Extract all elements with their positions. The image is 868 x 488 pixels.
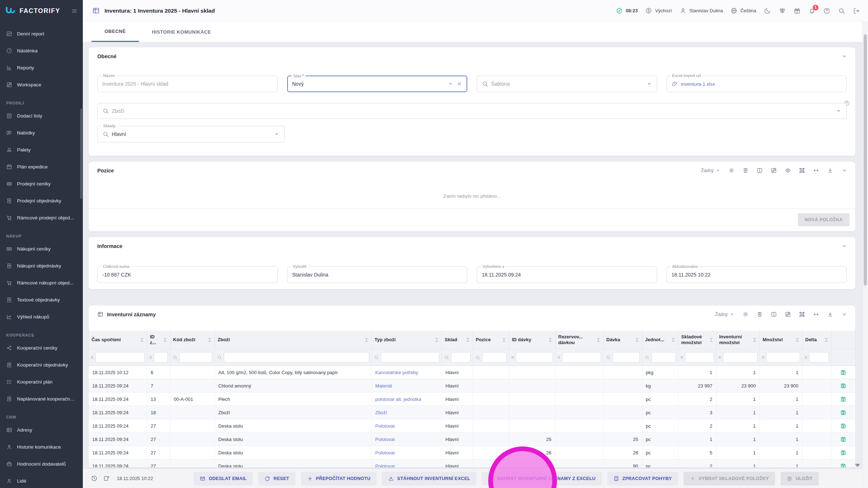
sklady-dropdown-caret-icon[interactable] <box>274 131 280 137</box>
sidebar-item-prodejn-cen-ky[interactable]: Prodejní ceníky <box>0 175 83 192</box>
typ-zbozi-link[interactable]: Polotovar <box>375 450 395 455</box>
dark-mode-toggle[interactable] <box>764 7 771 14</box>
sigma-aggregate-icon[interactable]: Σ <box>597 337 600 343</box>
button-nahr-t-inventurn-z-znamy-z-excelu[interactable]: NAHRÁT INVENTURNÍ ZÁZNAMY Z EXCELU <box>482 472 601 485</box>
search-operator-icon[interactable] <box>374 355 379 360</box>
stav-dropdown-caret-icon[interactable] <box>448 81 454 87</box>
filter-input-delta[interactable] <box>809 352 829 363</box>
sidebar-item-koopera-n-pl-n[interactable]: Kooperační plán <box>0 373 83 390</box>
table-row[interactable]: 18.11.2025 09:2418ZbožíZbožíHlavnípc311 <box>89 406 855 419</box>
filter-input-pozice[interactable] <box>482 352 507 363</box>
sidebar-item-nab-dky[interactable]: Nabídky <box>0 124 83 141</box>
pozice-fullscreen-icon[interactable] <box>799 167 805 174</box>
zbozi-dropdown-caret-icon[interactable] <box>836 108 842 114</box>
save-row-icon[interactable] <box>840 396 847 403</box>
pozice-export-icon[interactable] <box>827 167 833 174</box>
current-user[interactable]: Stanislav Dulina <box>680 7 723 14</box>
zaznamy-columns-icon[interactable] <box>771 311 777 317</box>
search-operator-icon[interactable] <box>644 355 650 360</box>
search-operator-icon[interactable] <box>173 355 178 360</box>
sidebar-item-n-kupn-objedn-vky[interactable]: Nákupní objednávky <box>0 257 83 274</box>
sigma-aggregate-icon[interactable]: Σ <box>825 337 828 343</box>
filter-input-jednot[interactable] <box>651 352 676 363</box>
sidebar-item-koopera-n-objedn-vky[interactable]: Kooperační objednávky <box>0 356 83 373</box>
equals-operator-icon[interactable]: = <box>762 355 765 360</box>
save-row-icon[interactable] <box>840 449 847 456</box>
column-header-zbo[interactable]: ZbožíΣ <box>214 331 371 349</box>
column-header-as-spo-ten[interactable]: Čas spočteníΣ <box>89 331 147 349</box>
equals-operator-icon[interactable]: = <box>805 355 808 360</box>
pozice-columns-icon[interactable] <box>757 167 763 174</box>
sidebar-item-palety[interactable]: Palety <box>0 141 83 158</box>
sigma-aggregate-icon[interactable]: Σ <box>208 337 212 343</box>
search-operator-icon[interactable] <box>444 355 449 360</box>
sidebar-item-v-hled-n-kup[interactable]: Výhled nákupů <box>0 308 83 325</box>
sigma-aggregate-icon[interactable]: Σ <box>467 337 470 343</box>
table-row[interactable]: 18.11.2025 09:247Chlorid amonnýMateriálH… <box>89 379 855 393</box>
sigma-aggregate-icon[interactable]: Σ <box>672 337 675 343</box>
column-header-rezervov-d-vkou[interactable]: Rezervov... dávkouΣ <box>555 331 603 349</box>
save-row-icon[interactable] <box>840 369 847 376</box>
filter-input-d-vka[interactable] <box>613 352 640 363</box>
page-scrollbar-thumb[interactable] <box>864 34 867 286</box>
display-settings-button[interactable] <box>779 7 786 14</box>
sklady-select[interactable]: Sklady Hlavní <box>97 126 285 142</box>
save-row-icon[interactable] <box>840 436 847 443</box>
sigma-aggregate-icon[interactable]: Σ <box>636 337 639 343</box>
sidebar-item-adresy[interactable]: Adresy <box>0 421 83 438</box>
zaznamy-export-icon[interactable] <box>827 311 833 317</box>
collapse-pozice-icon[interactable] <box>841 167 847 174</box>
logout-button[interactable] <box>853 7 860 14</box>
button-reset[interactable]: RESET <box>258 472 295 485</box>
sablona-dropdown-caret-icon[interactable] <box>646 81 652 87</box>
column-header-id-d-vky[interactable]: ID dávkyΣ <box>509 331 555 349</box>
pricing-plan[interactable]: Výchozí <box>645 7 672 14</box>
pozice-groupby-select[interactable]: Žádný <box>701 168 720 173</box>
sigma-aggregate-icon[interactable]: Σ <box>435 337 439 343</box>
tab-historie-komunikace[interactable]: HISTORIE KOMUNIKACE <box>139 22 224 42</box>
zbozi-search-select[interactable]: Zboží <box>97 103 847 119</box>
table-row[interactable]: 18.11.2025 09:2427Deska stoluPolotovarHl… <box>89 446 855 459</box>
pozice-visibility-icon[interactable] <box>785 167 791 174</box>
column-header-mno-stv[interactable]: MnožstvíΣ <box>760 331 802 349</box>
typ-zbozi-link[interactable]: Kancelářské potřeby <box>375 370 418 375</box>
filter-input-sklad[interactable] <box>451 352 471 363</box>
sigma-aggregate-icon[interactable]: Σ <box>141 337 144 343</box>
help-button[interactable] <box>823 7 830 14</box>
equals-operator-icon[interactable]: = <box>511 355 514 360</box>
typ-zbozi-link[interactable]: Polotovar <box>375 463 395 468</box>
nazev-field[interactable]: Název Inventura 2025 - Hlavní sklad <box>97 76 278 92</box>
pozice-fit-width-icon[interactable] <box>813 167 819 174</box>
column-header-typ-zbo[interactable]: Typ zbožíΣ <box>371 331 442 349</box>
filter-input-rezervov-d-vkou[interactable] <box>562 352 601 363</box>
sidebar-item-dodac-listy[interactable]: Dodací listy <box>0 107 83 124</box>
column-header-delta[interactable]: DeltaΣ <box>802 331 831 349</box>
filter-input-zbo[interactable] <box>224 352 369 363</box>
whats-new-button[interactable] <box>793 7 801 14</box>
history-icon[interactable] <box>91 475 98 482</box>
column-header-jednot[interactable]: Jednot...Σ <box>642 331 678 349</box>
column-header-k-d-zbo[interactable]: Kód zbožíΣ <box>170 331 214 349</box>
filter-input-typ-zbo[interactable] <box>381 352 439 363</box>
filter-input-k-d-zbo[interactable] <box>179 352 212 363</box>
pozice-settings-icon[interactable] <box>728 167 735 174</box>
sigma-aggregate-icon[interactable]: Σ <box>549 337 552 343</box>
sigma-aggregate-icon[interactable]: Σ <box>365 337 369 343</box>
zaznamy-layout-icon[interactable] <box>785 311 791 317</box>
table-row[interactable]: 18.11.2025 09:2427Deska stoluPolotovarHl… <box>89 459 855 468</box>
save-row-icon[interactable] <box>840 409 847 416</box>
table-row[interactable]: 18.11.2025 09:2427Deska stoluPolotovarHl… <box>89 419 855 433</box>
sidebar-item-reporty[interactable]: Reporty <box>0 59 83 76</box>
sigma-aggregate-icon[interactable]: Σ <box>796 337 799 343</box>
stav-select[interactable]: Stav* Nový <box>287 76 468 92</box>
column-header-id-z[interactable]: ID z...Σ <box>147 331 170 349</box>
sidebar-item-lid[interactable]: Lidé <box>0 472 83 488</box>
table-row[interactable]: 18.11.2025 10:126A4, 100 g/m2, 500 listů… <box>89 366 855 379</box>
button-vybrat-skladov-polo-ky[interactable]: VYBRAT SKLADOVÉ POLOŽKY <box>684 472 775 485</box>
restore-document-icon[interactable] <box>103 475 110 482</box>
column-header-skladov-mno-stv[interactable]: Skladové množstvíΣ <box>678 331 716 349</box>
pozice-trash-restore-icon[interactable] <box>743 167 749 174</box>
pozice-layout-icon[interactable] <box>771 167 777 174</box>
sidebar-item-prodejn-objedn-vky[interactable]: Prodejní objednávky <box>0 192 83 209</box>
column-header-sklad[interactable]: SkladΣ <box>442 331 473 349</box>
